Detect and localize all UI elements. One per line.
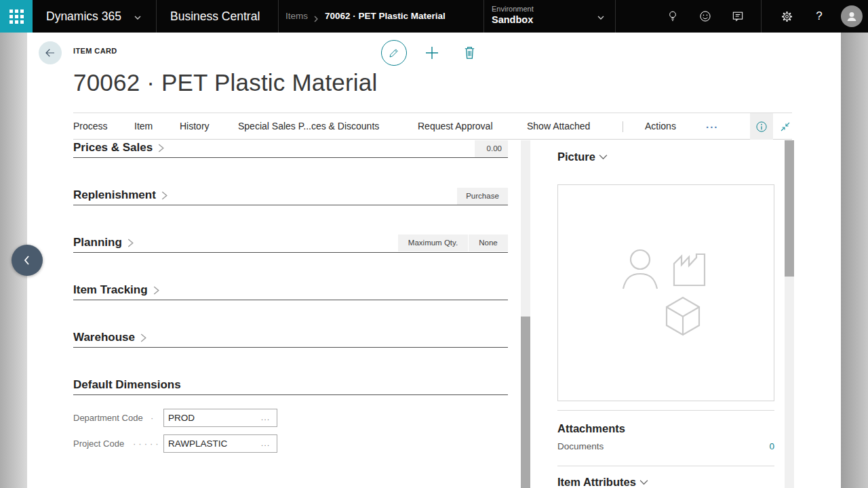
message-feedback-icon[interactable] xyxy=(730,8,746,24)
page-title: 70062 · PET Plastic Material xyxy=(73,69,377,96)
department-code-field[interactable] xyxy=(163,409,277,427)
tab-request-approval[interactable]: Request Approval xyxy=(418,113,493,140)
section-default-dimensions: Default Dimensions xyxy=(73,378,181,392)
action-menu-bar: Process Item History Special Sales P...c… xyxy=(73,113,792,140)
settings-gear-icon[interactable] xyxy=(778,8,795,24)
left-pane-scrollbar-thumb[interactable] xyxy=(521,317,530,488)
environment-value[interactable]: Sandbox xyxy=(492,14,533,25)
topbar-divider xyxy=(484,0,484,33)
assist-edit-icon[interactable]: ... xyxy=(261,434,275,453)
topbar-divider xyxy=(615,0,616,33)
section-planning[interactable]: Planning xyxy=(73,235,134,250)
picture-section-header[interactable]: Picture xyxy=(557,150,608,163)
chevron-down-icon[interactable] xyxy=(597,12,605,24)
section-warehouse[interactable]: Warehouse xyxy=(73,330,147,345)
back-button[interactable] xyxy=(39,41,62,64)
section-underline xyxy=(73,252,508,253)
topbar-divider xyxy=(278,0,279,33)
item-card-page: Dynamics 365 Business Central Items 7006… xyxy=(0,0,868,488)
tab-show-attached[interactable]: Show Attached xyxy=(527,113,590,140)
tab-special-sales-prices-discounts[interactable]: Special Sales P...ces & Discounts xyxy=(238,113,379,140)
attachments-section-header: Attachments xyxy=(557,422,625,435)
section-underline xyxy=(73,394,508,395)
lightbulb-icon[interactable] xyxy=(665,8,681,24)
collapse-header-icon[interactable] xyxy=(778,120,792,134)
project-code-field[interactable] xyxy=(163,434,277,453)
smiley-feedback-icon[interactable] xyxy=(697,8,713,24)
unit-price-badge[interactable]: 0.00 xyxy=(475,140,508,157)
section-item-tracking[interactable]: Item Tracking xyxy=(73,283,160,298)
documents-count-link[interactable]: 0 xyxy=(557,441,774,451)
tab-process[interactable]: Process xyxy=(73,113,108,140)
new-button[interactable] xyxy=(424,45,440,61)
app-launcher-button[interactable] xyxy=(0,0,33,33)
label-leader-dots xyxy=(133,434,161,453)
breadcrumb-current-page: 70062 · PET Plastic Material xyxy=(325,0,446,33)
reordering-policy-badge[interactable]: Maximum Qty. xyxy=(398,235,468,251)
assist-edit-icon[interactable]: ... xyxy=(261,409,275,427)
item-attributes-section-header[interactable]: Item Attributes xyxy=(557,476,648,488)
divider xyxy=(557,466,774,466)
waffle-icon xyxy=(9,9,24,24)
menu-divider xyxy=(623,121,623,132)
help-icon[interactable]: ? xyxy=(811,8,827,24)
item-picture-placeholder[interactable] xyxy=(557,184,774,401)
section-underline xyxy=(73,157,508,158)
collapse-panel-button[interactable] xyxy=(12,245,43,276)
tab-history[interactable]: History xyxy=(180,113,210,140)
top-navigation-bar: Dynamics 365 Business Central Items 7006… xyxy=(0,0,868,33)
section-underline xyxy=(73,300,508,300)
department-code-label: Department Code xyxy=(73,409,143,427)
section-prices-and-sales[interactable]: Prices & Sales xyxy=(73,140,165,155)
replenishment-system-badge[interactable]: Purchase xyxy=(457,188,508,205)
section-replenishment[interactable]: Replenishment xyxy=(73,188,168,203)
topbar-divider xyxy=(156,0,157,33)
section-underline xyxy=(73,205,508,205)
label-leader-dots xyxy=(151,409,156,427)
environment-label: Environment xyxy=(492,5,534,13)
page-type-label: ITEM CARD xyxy=(73,47,117,55)
tab-actions[interactable]: Actions xyxy=(645,113,676,140)
right-pane-scrollbar-thumb[interactable] xyxy=(785,140,794,277)
edit-button[interactable] xyxy=(381,40,407,66)
breadcrumb-items-link[interactable]: Items xyxy=(285,0,308,33)
chevron-down-icon xyxy=(134,12,142,24)
more-options-button[interactable]: ... xyxy=(706,113,719,140)
project-code-label: Project Code xyxy=(73,434,124,453)
divider xyxy=(557,410,774,411)
section-underline xyxy=(73,347,508,348)
dynamics-365-menu[interactable]: Dynamics 365 xyxy=(46,0,121,33)
reserve-badge[interactable]: None xyxy=(469,235,508,251)
tab-item[interactable]: Item xyxy=(134,113,153,140)
info-panel-button[interactable] xyxy=(750,113,773,140)
topbar-divider xyxy=(761,0,762,33)
page-background-right xyxy=(841,33,868,488)
delete-button[interactable] xyxy=(462,45,477,60)
user-avatar[interactable] xyxy=(841,5,863,27)
chevron-right-icon xyxy=(313,13,319,25)
product-name[interactable]: Business Central xyxy=(170,0,260,33)
